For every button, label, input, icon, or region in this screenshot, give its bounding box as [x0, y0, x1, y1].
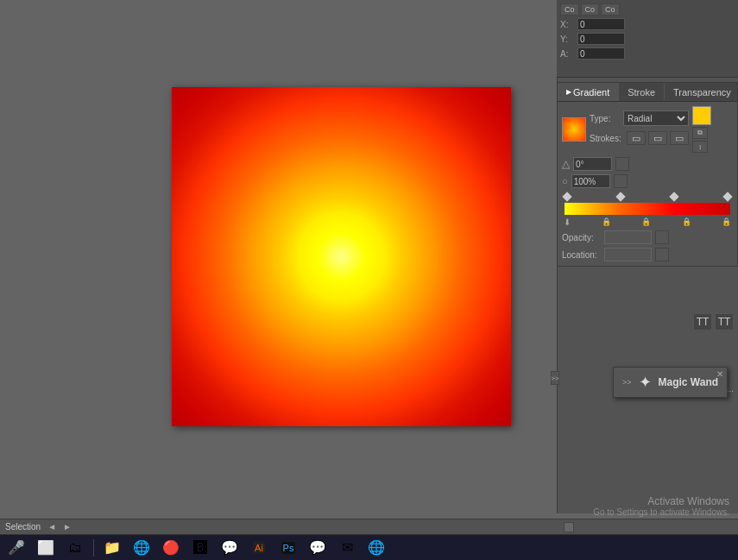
ie-icon: 🌐 — [133, 539, 150, 556]
angle-row: △ — [562, 157, 733, 171]
gradient-tab-label: Gradient — [573, 87, 609, 98]
scale-icon: ○ — [562, 176, 568, 186]
gradient-bar[interactable] — [564, 202, 731, 216]
status-arrow-left[interactable]: ◄ — [47, 522, 56, 532]
gradient-stops-row — [562, 193, 733, 200]
text-btn-tt-small[interactable]: TT — [715, 313, 734, 330]
swatch-icon-2[interactable]: ↕ — [692, 141, 708, 153]
stop-diamond-2[interactable] — [615, 192, 625, 201]
tab-transparency[interactable]: Transparency — [665, 83, 738, 101]
text-btn-tt-large[interactable]: TT — [693, 313, 712, 330]
gradient-artwork — [172, 87, 511, 426]
gradient-slider: ⬇ 🔒 🔒 🔒 🔒 — [562, 193, 733, 227]
handle-download-1[interactable]: ⬇ — [564, 217, 571, 227]
stroke-label: Strokes: — [590, 134, 624, 143]
tt-small-label: TT — [718, 316, 731, 328]
location-input[interactable] — [604, 248, 652, 261]
location-row: Location: — [562, 248, 733, 261]
gradient-panel: ▶ Gradient Stroke Transparency Type: Rad… — [557, 82, 738, 267]
media-icon: 🔴 — [162, 539, 180, 556]
stop-diamond-3[interactable] — [669, 192, 678, 201]
swatch-icon-1[interactable]: ⧉ — [692, 127, 708, 139]
handle-lock-1[interactable]: 🔒 — [602, 217, 611, 227]
taskbar-btn-note[interactable]: 💬 — [217, 537, 243, 559]
stop-diamond-1[interactable] — [562, 192, 571, 201]
taskbar-btn-mail[interactable]: ✉ — [334, 537, 360, 559]
taskbar-sep-1 — [93, 539, 94, 557]
stroke-btn-3[interactable]: ▭ — [670, 131, 689, 145]
taskbar-btn-mic[interactable]: 🎤 — [3, 537, 29, 559]
stroke-tab-label: Stroke — [628, 87, 655, 98]
taskbar-btn-wa[interactable]: 💬 — [305, 537, 331, 559]
wa-icon: 💬 — [309, 539, 326, 556]
angle-icon: △ — [562, 158, 570, 170]
stop-diamond-4[interactable] — [722, 192, 732, 201]
artwork-canvas[interactable] — [172, 87, 511, 426]
tooltip-expand[interactable]: >> — [622, 378, 632, 387]
taskbar-btn-ps[interactable]: Ps — [275, 537, 301, 559]
coord-row-x: X: — [560, 18, 735, 30]
folder-icon: 📁 — [104, 539, 121, 556]
angle-input[interactable] — [573, 157, 612, 171]
taskbar-btn-folder[interactable]: 📁 — [99, 537, 125, 559]
handle-lock-4[interactable]: 🔒 — [722, 217, 731, 227]
stroke-btn-1[interactable]: ▭ — [627, 131, 646, 145]
opacity-dropdown[interactable] — [655, 230, 669, 244]
magic-wand-tooltip[interactable]: >> ✕ ✦ Magic Wand — [613, 367, 728, 398]
taskbar-btn-bridge[interactable]: 🅱 — [187, 537, 213, 559]
transparency-tab-label: Transparency — [673, 87, 731, 98]
y-input[interactable] — [577, 33, 625, 45]
opacity-row: Opacity: — [562, 230, 733, 244]
status-arrow-right[interactable]: ► — [63, 522, 72, 532]
location-dropdown[interactable] — [655, 248, 669, 261]
coord-tabs: Co Co Co — [560, 3, 735, 16]
coord-tab-co1[interactable]: Co — [560, 3, 579, 16]
handle-lock-2[interactable]: 🔒 — [641, 217, 651, 227]
y-label: Y: — [560, 35, 577, 44]
scale-row: ○ — [562, 174, 733, 188]
angle-dropdown[interactable] — [615, 157, 629, 171]
scale-input[interactable] — [571, 174, 610, 188]
collapse-button[interactable]: >> — [551, 371, 559, 385]
opacity-input[interactable] — [604, 230, 652, 244]
status-bar: Selection ◄ ► — [0, 519, 738, 534]
type-select[interactable]: Radial Linear — [623, 110, 689, 126]
x-label: X: — [560, 20, 577, 29]
gradient-swatch-large[interactable] — [562, 117, 586, 142]
swatch-icons: ⧉ ↕ — [692, 106, 711, 153]
text-panel: TT TT — [691, 311, 736, 333]
status-scroll[interactable] — [564, 522, 574, 532]
tab-stroke[interactable]: Stroke — [619, 83, 665, 101]
swatch-yellow[interactable] — [692, 106, 711, 125]
coord-row-a: A: — [560, 47, 735, 60]
tab-gradient[interactable]: ▶ Gradient — [558, 83, 619, 101]
x-input[interactable] — [577, 18, 625, 30]
edge-icon: 🌐 — [368, 539, 385, 556]
tt-large-label: TT — [697, 316, 710, 328]
note-icon: 💬 — [221, 539, 238, 556]
wand-icon: ✦ — [639, 373, 652, 392]
type-label: Type: — [590, 114, 620, 123]
tooltip-close[interactable]: ✕ — [716, 369, 723, 379]
ai-icon: Ai — [253, 542, 265, 554]
taskbar-btn-media[interactable]: 🔴 — [158, 537, 184, 559]
coord-tab-co3[interactable]: Co — [601, 3, 620, 16]
taskbar-btn-task[interactable]: 🗂 — [62, 537, 88, 559]
taskbar-btn-windows[interactable]: ⬜ — [33, 537, 59, 559]
mic-icon: 🎤 — [8, 539, 25, 556]
ps-icon: Ps — [281, 542, 296, 554]
taskbar-btn-edge[interactable]: 🌐 — [363, 537, 389, 559]
taskbar-btn-ai[interactable]: Ai — [246, 537, 272, 559]
scale-dropdown[interactable] — [614, 174, 628, 188]
handle-lock-3[interactable]: 🔒 — [682, 217, 691, 227]
text-btn-row-1: TT TT — [693, 313, 734, 330]
gradient-tab-arrow: ▶ — [566, 88, 571, 96]
opacity-label: Opacity: — [562, 233, 601, 242]
stroke-btn-2[interactable]: ▭ — [648, 131, 667, 145]
taskbar: 🎤 ⬜ 🗂 📁 🌐 🔴 🅱 💬 Ai Ps 💬 ✉ 🌐 — [0, 534, 738, 560]
stroke-row: Strokes: ▭ ▭ ▭ — [590, 131, 689, 145]
gradient-handles-row: ⬇ 🔒 🔒 🔒 🔒 — [562, 216, 733, 227]
a-input[interactable] — [577, 47, 625, 60]
coord-tab-co2[interactable]: Co — [581, 3, 600, 16]
taskbar-btn-ie[interactable]: 🌐 — [129, 537, 155, 559]
